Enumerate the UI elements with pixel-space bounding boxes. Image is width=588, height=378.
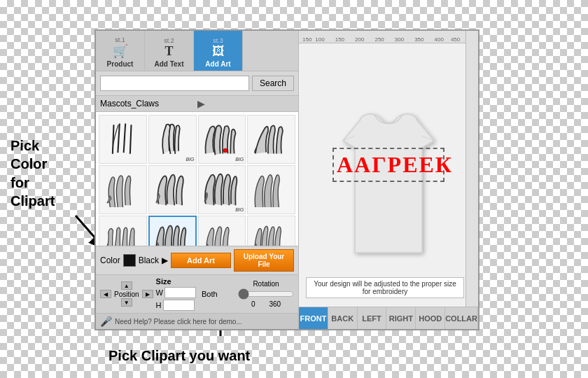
annotation-pick-color: Pick Color for Clipart xyxy=(10,136,55,211)
help-bar: 🎤 Need Help? Please click here for demo.… xyxy=(96,313,298,329)
clipart-item[interactable] xyxy=(198,216,246,246)
rotation-max: 360 xyxy=(269,300,281,308)
size-h-label: H xyxy=(156,301,162,309)
svg-line-6 xyxy=(124,124,126,153)
size-h-input[interactable] xyxy=(163,300,195,311)
claw-svg-9 xyxy=(104,223,142,246)
claw-svg-11 xyxy=(202,223,241,246)
view-tab-front[interactable]: FRONT xyxy=(299,307,328,329)
text-icon: T xyxy=(164,44,173,59)
search-bar: Search xyxy=(96,71,298,96)
color-label: Color xyxy=(100,255,120,265)
ruler-right xyxy=(465,31,478,329)
size-both-section: Both xyxy=(202,290,218,298)
svg-line-5 xyxy=(118,124,120,153)
step-tabs: st.1 🛒 Product st.2 T Add Text st.3 🖼 Ad… xyxy=(96,31,298,71)
position-up-button[interactable]: ▲ xyxy=(121,281,132,290)
color-arrow-icon[interactable]: ▶ xyxy=(162,255,168,265)
claw-svg-10 xyxy=(153,223,192,246)
clipart-item[interactable] xyxy=(247,165,295,214)
annotation-pick-clipart: Pick Clipart you want xyxy=(108,348,250,364)
size-w-input[interactable] xyxy=(164,287,196,298)
clipart-item[interactable] xyxy=(148,165,197,214)
tab-product-num: st.1 xyxy=(115,36,125,43)
tab-text-num: st.2 xyxy=(164,37,174,44)
rotation-value: 0 xyxy=(251,300,255,308)
tshirt-container: AAГРЕЕК xyxy=(318,109,458,263)
help-text[interactable]: Need Help? Please click here for demo... xyxy=(115,318,242,326)
color-row: Color Black ▶ Add Art Upload Your File xyxy=(96,246,298,274)
upload-button[interactable]: Upload Your File xyxy=(234,249,294,272)
svg-line-7 xyxy=(130,125,132,154)
rotation-label: Rotation xyxy=(253,280,279,288)
view-tab-left[interactable]: LEFT xyxy=(358,307,387,329)
tab-add-art[interactable]: st.3 🖼 Add Art xyxy=(194,31,243,71)
color-value: Black xyxy=(139,255,159,265)
rotation-slider[interactable] xyxy=(238,289,294,299)
position-arrows: ▲ ◀ Position ▶ ▼ xyxy=(100,281,153,307)
preview-panel: 150 100 150 200 250 300 350 400 450 xyxy=(299,31,478,329)
size-label: Size xyxy=(156,277,196,286)
size-row: ▲ ◀ Position ▶ ▼ Size W H xyxy=(96,274,298,313)
view-tabs: FRONT BACK LEFT RIGHT HOOD COLLAR xyxy=(299,307,478,329)
editor-panel: st.1 🛒 Product st.2 T Add Text st.3 🖼 Ad… xyxy=(94,29,479,330)
claw-svg-8 xyxy=(252,172,290,207)
size-w-label: W xyxy=(156,288,163,297)
position-down-button[interactable]: ▼ xyxy=(121,298,132,307)
clipart-big-label: BIG xyxy=(235,207,244,212)
size-w-field: W xyxy=(156,287,196,298)
category-arrow-icon[interactable]: ▶ xyxy=(197,98,295,109)
tools-panel: st.1 🛒 Product st.2 T Add Text st.3 🖼 Ad… xyxy=(96,31,299,329)
search-input[interactable] xyxy=(100,76,249,91)
clipart-item[interactable]: BIG xyxy=(247,216,295,246)
clipart-item[interactable] xyxy=(99,165,147,214)
position-label: Position xyxy=(113,290,141,298)
claw-svg-3 xyxy=(202,122,241,157)
ruler-top: 150 100 150 200 250 300 350 400 450 xyxy=(299,31,478,43)
rotation-section: Rotation 0 360 xyxy=(238,280,294,308)
size-both-label: Both xyxy=(202,290,218,298)
add-art-button[interactable]: Add Art xyxy=(171,253,231,268)
tab-art-num: st.3 xyxy=(213,37,223,44)
tshirt-svg xyxy=(318,109,458,263)
tab-text-label: Add Text xyxy=(154,60,183,68)
tab-product[interactable]: st.1 🛒 Product xyxy=(96,31,145,71)
category-bar: Mascots_Claws ▶ xyxy=(96,96,298,112)
claw-svg-7 xyxy=(202,172,241,207)
claw-svg-2 xyxy=(155,122,190,157)
clipart-item-selected[interactable]: BIG xyxy=(148,216,197,246)
mic-icon: 🎤 xyxy=(100,316,112,327)
clipart-grid: BIG BIG xyxy=(96,112,298,246)
size-h-field: H xyxy=(156,300,196,311)
clipart-item[interactable]: BIG xyxy=(198,115,246,164)
tab-product-label: Product xyxy=(107,60,134,68)
search-button[interactable]: Search xyxy=(252,76,294,91)
claw-svg-1 xyxy=(105,122,140,157)
size-section: Size W H xyxy=(156,277,196,311)
clipart-item[interactable] xyxy=(99,216,147,246)
category-name: Mascots_Claws xyxy=(100,99,197,108)
view-tab-collar[interactable]: COLLAR xyxy=(445,307,478,329)
clipart-big-label: BIG xyxy=(186,157,194,162)
claw-svg-4 xyxy=(252,122,290,157)
position-right-button[interactable]: ▶ xyxy=(142,290,153,298)
view-tab-back[interactable]: BACK xyxy=(328,307,358,329)
clipart-item[interactable] xyxy=(99,115,147,164)
position-left-button[interactable]: ◀ xyxy=(100,290,111,298)
svg-point-8 xyxy=(224,148,227,152)
clipart-big-label: BIG xyxy=(235,157,244,162)
claw-svg-5 xyxy=(104,172,142,207)
embroidery-notice: Your design will be adjusted to the prop… xyxy=(306,277,464,298)
art-icon: 🖼 xyxy=(212,44,225,59)
view-tab-right[interactable]: RIGHT xyxy=(386,307,416,329)
claw-svg-12 xyxy=(252,223,290,246)
color-swatch[interactable] xyxy=(123,254,136,267)
clipart-item[interactable]: BIG xyxy=(198,165,246,214)
tab-art-label: Add Art xyxy=(205,60,230,68)
claw-svg-6 xyxy=(153,172,192,207)
view-tab-hood[interactable]: HOOD xyxy=(416,307,445,329)
svg-line-4 xyxy=(113,125,114,154)
tab-add-text[interactable]: st.2 T Add Text xyxy=(145,31,194,71)
clipart-item[interactable]: BIG xyxy=(148,115,197,164)
clipart-item[interactable] xyxy=(247,115,295,164)
